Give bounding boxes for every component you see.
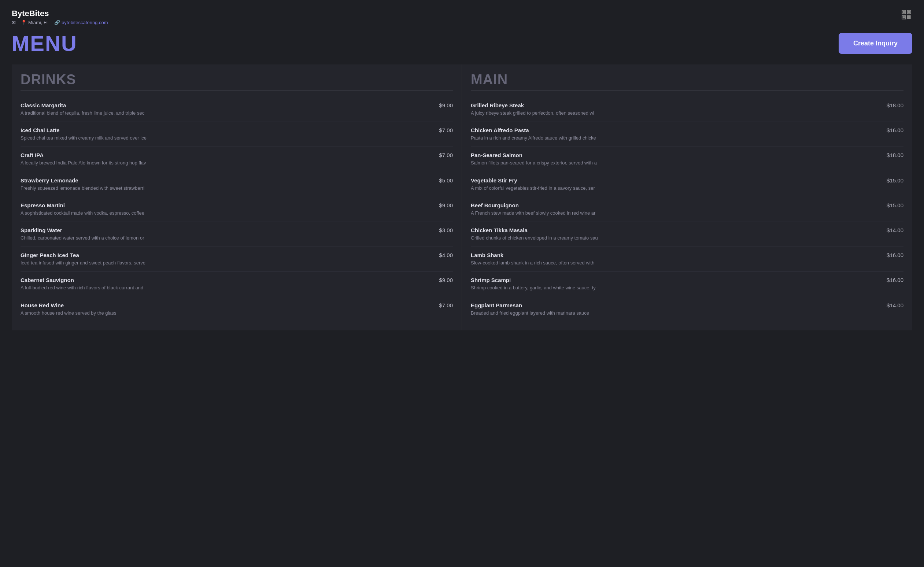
brand-block: ByteBites ✉ 📍 Miami, FL 🔗 bytebitescater…	[12, 9, 108, 25]
item-name: Iced Chai Latte	[21, 127, 60, 134]
main-divider	[471, 90, 903, 91]
item-description: Breaded and fried eggplant layered with …	[471, 310, 882, 316]
drinks-list: Classic Margarita $9.00 A traditional bl…	[21, 97, 453, 322]
svg-rect-5	[903, 16, 904, 18]
location-text: Miami, FL	[28, 20, 49, 25]
item-name: Eggplant Parmesan	[471, 302, 522, 308]
qr-code-icon[interactable]	[900, 9, 912, 22]
item-description: A traditional blend of tequila, fresh li…	[21, 110, 431, 117]
list-item: Pan-Seared Salmon $18.00 Salmon fillets …	[471, 147, 903, 172]
list-item: Espresso Martini $9.00 A sophisticated c…	[21, 197, 453, 222]
item-description: Slow-cooked lamb shank in a rich sauce, …	[471, 260, 882, 266]
item-price: $9.00	[439, 102, 453, 108]
item-name: Cabernet Sauvignon	[21, 277, 74, 283]
item-description: Chilled, carbonated water served with a …	[21, 235, 431, 242]
item-description: A sophisticated cocktail made with vodka…	[21, 210, 431, 216]
item-name: House Red Wine	[21, 302, 64, 308]
item-name: Vegetable Stir Fry	[471, 177, 518, 183]
main-column: MAIN Grilled Ribeye Steak $18.00 A juicy…	[462, 64, 912, 330]
main-list: Grilled Ribeye Steak $18.00 A juicy ribe…	[471, 97, 903, 322]
email-meta: ✉	[12, 20, 16, 25]
item-name: Shrimp Scampi	[471, 277, 511, 283]
link-icon: 🔗	[54, 20, 60, 25]
item-price: $18.00	[886, 102, 903, 108]
list-item: Ginger Peach Iced Tea $4.00 Iced tea inf…	[21, 247, 453, 272]
create-inquiry-button[interactable]: Create Inquiry	[838, 33, 912, 54]
item-price: $16.00	[886, 252, 903, 258]
svg-rect-4	[908, 11, 910, 13]
item-description: A locally brewed India Pale Ale known fo…	[21, 160, 431, 166]
list-item: Lamb Shank $16.00 Slow-cooked lamb shank…	[471, 247, 903, 272]
item-description: Pasta in a rich and creamy Alfredo sauce…	[471, 135, 882, 141]
item-price: $9.00	[439, 202, 453, 208]
location-icon: 📍	[21, 20, 27, 25]
item-price: $3.00	[439, 227, 453, 233]
list-item: Craft IPA $7.00 A locally brewed India P…	[21, 147, 453, 172]
drinks-section-title: DRINKS	[21, 64, 453, 90]
item-price: $5.00	[439, 177, 453, 183]
website-meta[interactable]: 🔗 bytebitescatering.com	[54, 20, 108, 25]
drinks-column: DRINKS Classic Margarita $9.00 A traditi…	[12, 64, 462, 330]
list-item: Classic Margarita $9.00 A traditional bl…	[21, 97, 453, 122]
item-price: $18.00	[886, 152, 903, 158]
item-name: Chicken Tikka Masala	[471, 227, 528, 233]
item-price: $7.00	[439, 302, 453, 308]
item-price: $15.00	[886, 177, 903, 183]
item-price: $16.00	[886, 277, 903, 283]
list-item: Strawberry Lemonade $5.00 Freshly squeez…	[21, 172, 453, 197]
list-item: Chicken Tikka Masala $14.00 Grilled chun…	[471, 222, 903, 247]
list-item: Beef Bourguignon $15.00 A French stew ma…	[471, 197, 903, 222]
item-name: Beef Bourguignon	[471, 202, 519, 208]
item-name: Lamb Shank	[471, 252, 503, 258]
menu-title-row: MENU Create Inquiry	[12, 31, 912, 56]
list-item: Sparkling Water $3.00 Chilled, carbonate…	[21, 222, 453, 247]
list-item: Grilled Ribeye Steak $18.00 A juicy ribe…	[471, 97, 903, 122]
drinks-divider	[21, 90, 453, 91]
main-section-title: MAIN	[471, 64, 903, 90]
item-price: $15.00	[886, 202, 903, 208]
item-price: $9.00	[439, 277, 453, 283]
item-description: Iced tea infused with ginger and sweet p…	[21, 260, 431, 266]
list-item: Eggplant Parmesan $14.00 Breaded and fri…	[471, 297, 903, 322]
item-name: Grilled Ribeye Steak	[471, 102, 524, 108]
item-name: Strawberry Lemonade	[21, 177, 78, 183]
item-description: Shrimp cooked in a buttery, garlic, and …	[471, 285, 882, 291]
header: ByteBites ✉ 📍 Miami, FL 🔗 bytebitescater…	[12, 9, 912, 25]
list-item: Chicken Alfredo Pasta $16.00 Pasta in a …	[471, 122, 903, 147]
brand-meta: ✉ 📍 Miami, FL 🔗 bytebitescatering.com	[12, 20, 108, 25]
list-item: Shrimp Scampi $16.00 Shrimp cooked in a …	[471, 272, 903, 297]
item-name: Ginger Peach Iced Tea	[21, 252, 79, 258]
list-item: Cabernet Sauvignon $9.00 A full-bodied r…	[21, 272, 453, 297]
list-item: Vegetable Stir Fry $15.00 A mix of color…	[471, 172, 903, 197]
item-price: $16.00	[886, 127, 903, 134]
item-name: Sparkling Water	[21, 227, 62, 233]
item-name: Craft IPA	[21, 152, 44, 158]
website-link[interactable]: bytebitescatering.com	[62, 20, 108, 25]
menu-columns: DRINKS Classic Margarita $9.00 A traditi…	[12, 64, 912, 330]
menu-title: MENU	[12, 31, 77, 56]
item-description: A mix of colorful vegetables stir-fried …	[471, 185, 882, 192]
item-price: $4.00	[439, 252, 453, 258]
email-icon: ✉	[12, 20, 16, 25]
item-description: Freshly squeezed lemonade blended with s…	[21, 185, 431, 192]
item-description: A smooth house red wine served by the gl…	[21, 310, 431, 316]
brand-name: ByteBites	[12, 9, 108, 18]
item-price: $14.00	[886, 302, 903, 308]
item-name: Chicken Alfredo Pasta	[471, 127, 529, 134]
item-description: A full-bodied red wine with rich flavors…	[21, 285, 431, 291]
item-name: Espresso Martini	[21, 202, 65, 208]
item-description: Grilled chunks of chicken enveloped in a…	[471, 235, 882, 242]
item-description: Salmon fillets pan-seared for a crispy e…	[471, 160, 882, 166]
item-description: A French stew made with beef slowly cook…	[471, 210, 882, 216]
item-name: Classic Margarita	[21, 102, 66, 108]
list-item: House Red Wine $7.00 A smooth house red …	[21, 297, 453, 322]
item-name: Pan-Seared Salmon	[471, 152, 522, 158]
item-price: $7.00	[439, 127, 453, 134]
location-meta: 📍 Miami, FL	[21, 20, 49, 25]
item-description: A juicy ribeye steak grilled to perfecti…	[471, 110, 882, 117]
item-price: $7.00	[439, 152, 453, 158]
list-item: Iced Chai Latte $7.00 Spiced chai tea mi…	[21, 122, 453, 147]
svg-rect-3	[903, 11, 904, 13]
item-price: $14.00	[886, 227, 903, 233]
item-description: Spiced chai tea mixed with creamy milk a…	[21, 135, 431, 141]
